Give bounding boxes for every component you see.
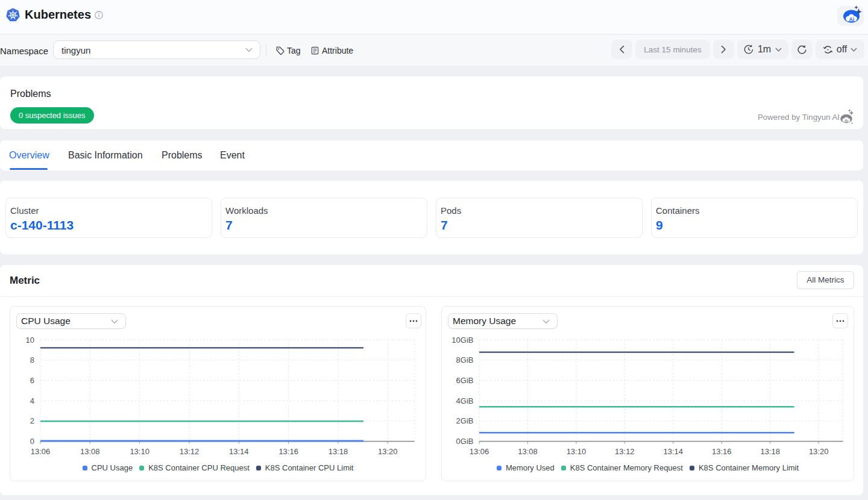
svg-text:2GiB: 2GiB: [456, 416, 474, 425]
svg-text:13:16: 13:16: [278, 447, 298, 456]
svg-text:0: 0: [30, 437, 34, 446]
svg-text:10GiB: 10GiB: [451, 336, 473, 345]
svg-text:8: 8: [30, 355, 34, 364]
svg-text:13:14: 13:14: [664, 447, 684, 456]
svg-text:13:12: 13:12: [180, 447, 200, 456]
svg-text:13:20: 13:20: [809, 447, 829, 456]
svg-text:13:06: 13:06: [470, 447, 489, 456]
svg-text:13:10: 13:10: [567, 447, 587, 456]
svg-text:8GiB: 8GiB: [456, 355, 474, 364]
svg-text:13:18: 13:18: [760, 447, 780, 456]
svg-text:13:20: 13:20: [378, 447, 398, 456]
svg-text:13:06: 13:06: [31, 447, 51, 456]
svg-text:Ai: Ai: [849, 16, 855, 22]
svg-text:10: 10: [26, 336, 34, 345]
svg-text:2: 2: [30, 416, 34, 425]
svg-text:13:18: 13:18: [329, 447, 348, 456]
svg-text:13:10: 13:10: [130, 447, 149, 456]
svg-text:13:08: 13:08: [518, 447, 538, 456]
svg-text:13:14: 13:14: [229, 447, 249, 456]
svg-text:13:12: 13:12: [615, 447, 635, 456]
svg-text:4GiB: 4GiB: [456, 396, 474, 405]
svg-text:4: 4: [30, 396, 34, 405]
svg-text:13:08: 13:08: [80, 447, 100, 456]
svg-text:6GiB: 6GiB: [456, 376, 474, 385]
svg-text:13:16: 13:16: [712, 447, 732, 456]
svg-text:0GiB: 0GiB: [456, 437, 474, 446]
svg-text:6: 6: [30, 376, 34, 385]
svg-text:Ai: Ai: [844, 118, 848, 122]
